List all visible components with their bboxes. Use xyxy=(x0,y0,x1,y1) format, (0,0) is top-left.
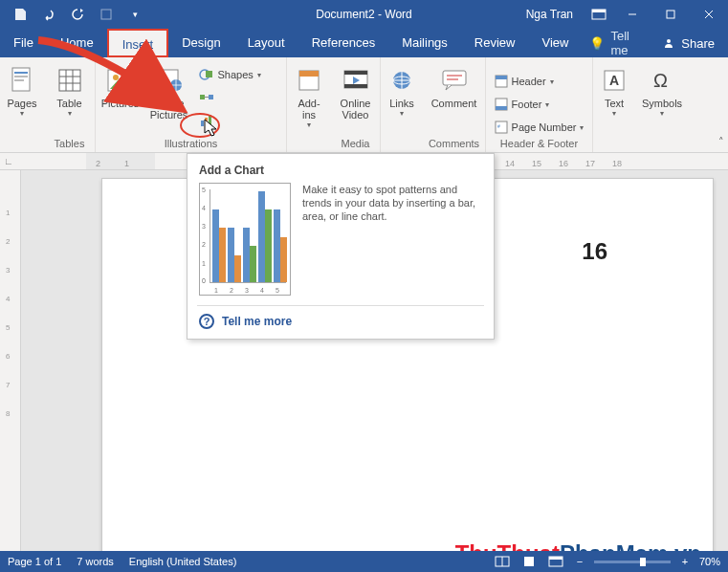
svg-rect-2 xyxy=(592,10,606,12)
shapes-label: Shapes xyxy=(218,69,254,80)
pictures-button[interactable]: Pictures xyxy=(98,61,143,109)
web-layout-button[interactable] xyxy=(546,554,565,569)
svg-text:Ω: Ω xyxy=(653,70,668,91)
tab-design[interactable]: Design xyxy=(168,29,233,57)
status-language[interactable]: English (United States) xyxy=(129,556,237,567)
close-button[interactable] xyxy=(690,0,728,29)
links-button[interactable]: Links ▾ xyxy=(382,61,422,118)
online-video-label: Online Video xyxy=(341,98,371,121)
comment-icon xyxy=(439,65,470,96)
customize-qat-button[interactable]: ▾ xyxy=(122,2,147,27)
header-icon xyxy=(495,75,508,88)
svg-text:#: # xyxy=(497,123,500,129)
comment-button[interactable]: Comment xyxy=(425,61,484,109)
addins-button[interactable]: Add- ins ▾ xyxy=(287,61,331,129)
svg-rect-32 xyxy=(344,84,367,88)
tab-layout[interactable]: Layout xyxy=(234,29,298,57)
addins-icon xyxy=(294,65,324,96)
status-page[interactable]: Page 1 of 1 xyxy=(8,556,61,567)
pages-button[interactable]: Pages ▾ xyxy=(0,61,44,118)
document-title: Document2 - Word xyxy=(316,8,411,21)
svg-rect-29 xyxy=(299,71,319,77)
status-words[interactable]: 7 words xyxy=(77,556,114,567)
symbols-icon: Ω xyxy=(647,65,677,96)
media-group-label: Media xyxy=(342,136,370,150)
zoom-level[interactable]: 70% xyxy=(699,556,720,567)
ribbon-display-options-button[interactable] xyxy=(585,0,613,29)
svg-rect-49 xyxy=(524,557,534,566)
header-footer-group-label: Header & Footer xyxy=(500,136,578,150)
user-name[interactable]: Nga Tran xyxy=(526,8,573,21)
page-number-button[interactable]: #Page Number▾ xyxy=(491,119,588,136)
share-button[interactable]: Share xyxy=(649,29,728,57)
online-video-button[interactable]: Online Video xyxy=(334,61,378,121)
redo-button[interactable] xyxy=(65,2,90,27)
zoom-in-button[interactable]: + xyxy=(678,556,692,567)
header-button[interactable]: Header▾ xyxy=(491,73,588,90)
tab-view[interactable]: View xyxy=(528,29,582,57)
text-button[interactable]: A Text ▾ xyxy=(594,61,634,118)
footer-icon xyxy=(495,98,508,111)
read-mode-button[interactable] xyxy=(493,554,512,569)
undo-button[interactable] xyxy=(36,2,61,27)
zoom-out-button[interactable]: − xyxy=(573,556,586,567)
lightbulb-icon: 💡 xyxy=(589,36,605,51)
share-label: Share xyxy=(681,36,715,51)
page-number-icon: # xyxy=(495,121,508,134)
tab-mailings[interactable]: Mailings xyxy=(388,29,461,57)
tab-review[interactable]: Review xyxy=(461,29,529,57)
pages-label: Pages xyxy=(7,98,36,109)
zoom-slider[interactable] xyxy=(594,561,671,563)
tooltip-chart-preview: 543210 12345 xyxy=(199,183,291,296)
comment-label: Comment xyxy=(431,98,477,109)
links-icon xyxy=(386,65,417,96)
collapse-ribbon-button[interactable]: ˄ xyxy=(718,136,724,148)
svg-rect-51 xyxy=(549,557,563,560)
svg-rect-24 xyxy=(209,95,213,99)
minimize-button[interactable] xyxy=(613,0,651,29)
pictures-icon xyxy=(105,65,136,96)
maximize-button[interactable] xyxy=(651,0,690,29)
svg-rect-31 xyxy=(344,71,367,75)
ruler-tick: 18 xyxy=(612,159,622,168)
online-pictures-button[interactable]: Online Pictures xyxy=(145,61,193,121)
online-video-icon xyxy=(341,65,371,96)
links-label: Links xyxy=(389,98,414,109)
smartart-button[interactable] xyxy=(195,88,285,107)
svg-rect-0 xyxy=(101,10,111,19)
tab-references[interactable]: References xyxy=(298,29,388,57)
pictures-label: Pictures xyxy=(101,98,140,109)
tell-me-search[interactable]: 💡 Tell me xyxy=(589,29,649,57)
pages-icon xyxy=(7,65,37,96)
tab-file[interactable]: File xyxy=(0,29,47,57)
ribbon-tabs: File Home Insert Design Layout Reference… xyxy=(0,29,728,57)
svg-rect-22 xyxy=(206,71,212,77)
tab-insert[interactable]: Insert xyxy=(107,29,169,57)
svg-rect-11 xyxy=(14,79,24,81)
ruler-vertical[interactable]: 1 2 3 4 5 6 7 8 xyxy=(0,170,21,551)
watermark: ThuThuatPhanMem.vn xyxy=(455,540,701,551)
table-button[interactable]: Table ▾ xyxy=(48,61,92,118)
footer-button[interactable]: Footer▾ xyxy=(491,96,588,113)
save-button[interactable] xyxy=(8,2,33,27)
tell-me-more-link[interactable]: ? Tell me more xyxy=(199,312,482,331)
svg-rect-10 xyxy=(14,76,28,77)
tooltip-description: Make it easy to spot patterns and trends… xyxy=(302,183,482,223)
print-layout-button[interactable] xyxy=(519,554,539,569)
share-icon xyxy=(662,36,675,50)
svg-text:A: A xyxy=(609,73,619,88)
svg-rect-9 xyxy=(14,72,28,74)
svg-rect-39 xyxy=(496,76,507,79)
table-label: Table xyxy=(56,98,81,109)
illustrations-group-label: Illustrations xyxy=(165,136,218,150)
footer-label: Footer xyxy=(512,99,542,110)
tell-me-more-label: Tell me more xyxy=(222,315,292,328)
symbols-button[interactable]: Ω Symbols ▾ xyxy=(636,61,688,118)
chart-button[interactable] xyxy=(195,111,285,130)
tab-home[interactable]: Home xyxy=(47,29,107,57)
online-pictures-icon xyxy=(154,65,185,96)
svg-point-18 xyxy=(113,75,119,80)
tab-selector[interactable]: ∟ xyxy=(4,156,13,166)
shapes-button[interactable]: Shapes ▾ xyxy=(195,65,285,84)
touch-mode-button[interactable] xyxy=(94,2,119,27)
